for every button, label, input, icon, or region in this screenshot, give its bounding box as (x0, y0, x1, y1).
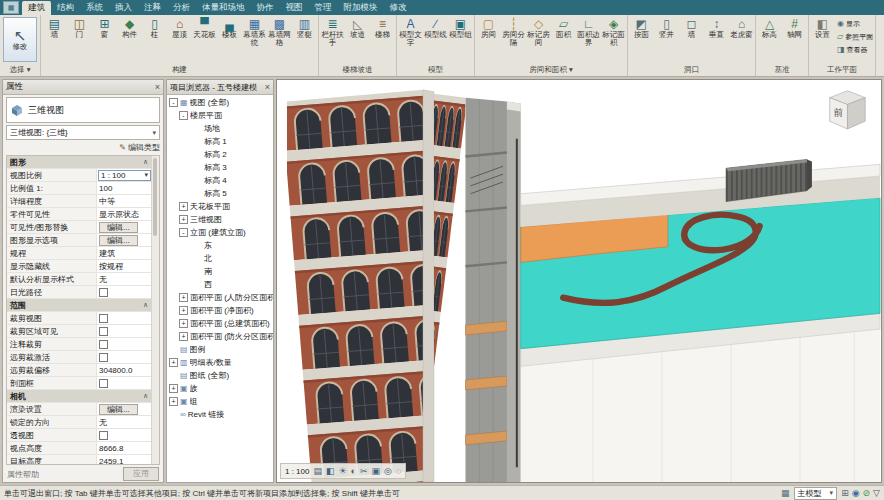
type-selector[interactable]: 三维视图 (6, 97, 160, 123)
tree-expand-icon[interactable]: + (169, 397, 178, 406)
modify-button[interactable]: ↖ 修改 (3, 17, 37, 62)
ribbon-tab[interactable]: 分析 (167, 1, 196, 15)
tree-expand-icon[interactable]: - (169, 98, 178, 107)
tree-expand-icon[interactable]: + (169, 358, 178, 367)
reveal-hidden-elements-icon[interactable]: ◌ (396, 465, 401, 477)
ribbon-tab[interactable]: 体量和场地 (196, 1, 251, 15)
crop-view-icon[interactable]: ✂ (360, 465, 368, 477)
tree-expand-icon[interactable]: + (179, 319, 188, 328)
property-row[interactable]: 图形 (7, 156, 152, 169)
ribbon-tab[interactable]: 视图 (280, 1, 309, 15)
ribbon-tab[interactable]: 附加模块 (338, 1, 384, 15)
temporary-hide-isolate-icon[interactable]: ◎ (384, 465, 392, 477)
property-row[interactable]: 注释裁剪 (7, 338, 152, 351)
tree-item[interactable]: - ▦ 视图 (全部) (167, 96, 273, 109)
tree-expand-icon[interactable]: - (179, 228, 188, 237)
mullion-button[interactable]: ▥ 竖梃 (292, 16, 317, 39)
filter-icon[interactable]: ▽ (873, 488, 880, 499)
wall-opening-button[interactable]: ◻ 墙 (679, 16, 704, 39)
property-row[interactable]: 日光路径 (7, 286, 152, 299)
stair-button[interactable]: ≡ 楼梯 (370, 16, 395, 39)
property-row[interactable]: 目标高度 2459.1 (7, 455, 152, 465)
ribbon-tab[interactable]: 协作 (251, 1, 280, 15)
tag-area-button[interactable]: ◈ 标记面积 (601, 16, 626, 47)
ribbon-tab[interactable]: 修改 (384, 1, 413, 15)
vertical-opening-button[interactable]: ↕ 垂直 (704, 16, 729, 39)
property-row[interactable]: 裁剪区域可见 (7, 325, 152, 338)
tree-item[interactable]: ▤ 图纸 (全部) (167, 369, 273, 382)
properties-close-icon[interactable]: × (155, 82, 160, 92)
tree-expand-icon[interactable]: + (179, 202, 188, 211)
shaft-button[interactable]: ▯ 竖井 (654, 16, 679, 39)
tree-expand-icon[interactable]: - (179, 111, 188, 120)
tree-item[interactable]: ∞ Revit 链接 (167, 408, 273, 421)
grid-button[interactable]: # 轴网 (782, 16, 807, 39)
room-separator-button[interactable]: ┆ 房间分隔 (501, 16, 526, 47)
group-label-select[interactable]: 选择 ▾ (0, 64, 40, 76)
area-boundary-button[interactable]: ∟ 面积边界 (576, 16, 601, 47)
ribbon-tab[interactable]: 注释 (138, 1, 167, 15)
tree-item[interactable]: - 楼层平面 (167, 109, 273, 122)
ref-plane-button[interactable]: ▱ 参照平面 (837, 30, 873, 43)
properties-help-link[interactable]: 属性帮助 (7, 469, 39, 480)
select-links-icon[interactable]: ⊘ (863, 488, 871, 499)
app-menu-icon[interactable]: ▦ (3, 1, 19, 14)
column-button[interactable]: ▯ 柱 (142, 16, 167, 39)
tree-expand-icon[interactable]: + (179, 332, 188, 341)
tree-item[interactable]: 东 (167, 239, 273, 252)
tree-item[interactable]: + 面积平面 (人防分区面积) (167, 291, 273, 304)
property-row[interactable]: 裁剪视图 (7, 312, 152, 325)
window-button[interactable]: ⊞ 窗 (92, 16, 117, 39)
property-row[interactable]: 显示隐藏线 按规程 (7, 260, 152, 273)
tree-item[interactable]: 标高 2 (167, 148, 273, 161)
tree-item[interactable]: 标高 1 (167, 135, 273, 148)
property-row[interactable]: 渲染设置 编辑... (7, 403, 152, 416)
component-button[interactable]: ◆ 构件 (117, 16, 142, 39)
viewer-button[interactable]: ◨ 查看器 (837, 43, 873, 56)
3d-model-view[interactable]: 前 (277, 80, 881, 482)
tag-room-button[interactable]: ◇ 标记房间 (526, 16, 551, 47)
show-workplane-button[interactable]: ◉ 显示 (837, 17, 873, 30)
property-row[interactable]: 零件可见性 显示原状态 (7, 208, 152, 221)
group-label-room-area[interactable]: 房间和面积 ▾ (475, 64, 627, 76)
property-row[interactable]: 规程 建筑 (7, 247, 152, 260)
viewcube[interactable]: 前 (830, 91, 866, 129)
scrollbar-thumb[interactable] (153, 158, 157, 236)
tree-item[interactable]: + 天花板平面 (167, 200, 273, 213)
show-crop-region-icon[interactable]: ▣ (372, 465, 381, 477)
tree-expand-icon[interactable]: + (179, 293, 188, 302)
property-row[interactable]: 透视图 (7, 429, 152, 442)
tree-item[interactable]: + ▣ 族 (167, 382, 273, 395)
wall-button[interactable]: ▤ 墙 (42, 16, 67, 39)
tree-item[interactable]: 南 (167, 265, 273, 278)
property-row[interactable]: 详细程度 中等 (7, 195, 152, 208)
ribbon-tab[interactable]: 建筑 (22, 1, 51, 15)
ribbon-tab[interactable]: 插入 (109, 1, 138, 15)
tree-item[interactable]: + 面积平面 (净面积) (167, 304, 273, 317)
floor-button[interactable]: ▄ 楼板 (217, 16, 242, 39)
property-row[interactable]: 远剪裁激活 (7, 351, 152, 364)
tree-expand-icon[interactable]: + (169, 384, 178, 393)
curtain-grid-button[interactable]: ▩ 幕墙网格 (267, 16, 292, 47)
tree-item[interactable]: 北 (167, 252, 273, 265)
sun-path-icon[interactable]: ☀ (339, 465, 347, 477)
property-row[interactable]: 图形显示选项 编辑... (7, 234, 152, 247)
tree-item[interactable]: + 三维视图 (167, 213, 273, 226)
tree-item[interactable]: 标高 4 (167, 174, 273, 187)
property-row[interactable]: 范围 (7, 299, 152, 312)
apply-button[interactable]: 应用 (123, 467, 159, 481)
tree-item[interactable]: 西 (167, 278, 273, 291)
property-row[interactable]: 比例值 1: 100 (7, 182, 152, 195)
curtain-system-button[interactable]: ▦ 幕墙系统 (242, 16, 267, 47)
worksets-icon[interactable]: ▦ (781, 488, 790, 499)
project-browser-header[interactable]: 项目浏览器 - 五号楼建模 × (167, 80, 273, 95)
detail-level-icon[interactable]: ▤ (313, 465, 322, 477)
exclude-options-icon[interactable]: ⊞ (841, 488, 849, 499)
tree-item[interactable]: + 面积平面 (总建筑面积) (167, 317, 273, 330)
property-row[interactable]: 锁定的方向 无 (7, 416, 152, 429)
ribbon-tab[interactable]: 结构 (51, 1, 80, 15)
shadows-icon[interactable]: ◐ (351, 465, 356, 477)
level-button[interactable]: △ 标高 (757, 16, 782, 39)
ribbon-tab[interactable]: 系统 (80, 1, 109, 15)
property-row[interactable]: 剖面框 (7, 377, 152, 390)
